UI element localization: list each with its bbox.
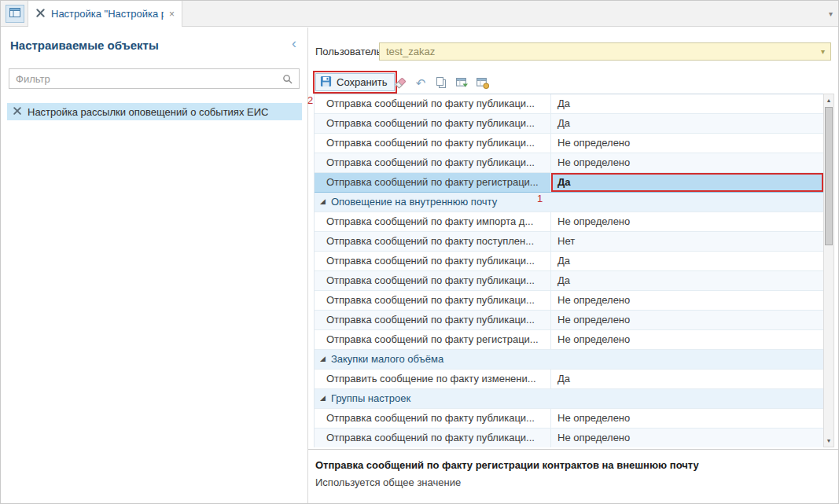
annotation-step-2: 2 <box>307 94 313 106</box>
setting-value-cell[interactable]: Не определено <box>551 330 823 349</box>
tabbar-dropdown-icon[interactable]: ▾ <box>829 9 833 18</box>
table-row[interactable]: Отправка сообщений по факту импорта д...… <box>315 212 823 232</box>
table-row[interactable]: Отправка сообщений по факту публикаци...… <box>315 114 823 134</box>
filter-input[interactable] <box>9 73 279 85</box>
apps-menu-button[interactable] <box>6 5 24 23</box>
table-row[interactable]: Отправка сообщений по факту регистраци..… <box>315 173 823 193</box>
copy-icon[interactable] <box>433 75 449 90</box>
setting-name-cell[interactable]: Отправка сообщений по факту публикаци... <box>315 429 551 447</box>
save-annotation-box: Сохранить <box>313 71 397 94</box>
collapse-panel-icon[interactable]: ‹ <box>292 35 296 52</box>
annotation-step-1: 1 <box>537 193 543 204</box>
collapse-triangle-icon[interactable]: ◢ <box>320 388 326 407</box>
setting-value-cell[interactable]: Не определено <box>551 212 823 231</box>
group-row[interactable]: ◢Группы настроек <box>315 389 823 409</box>
group-row[interactable]: ◢Оповещение на внутреннюю почту <box>315 193 823 212</box>
setting-name-cell[interactable]: Отправка сообщений по факту публикаци... <box>315 271 551 290</box>
setting-value-cell[interactable]: Да <box>551 94 823 113</box>
import-settings-icon[interactable] <box>474 75 490 90</box>
setting-name-cell[interactable]: Отправка сообщений по факту публикаци... <box>315 252 551 270</box>
setting-value-cell[interactable]: Не определено <box>551 291 823 310</box>
search-icon[interactable] <box>279 74 299 84</box>
toolbar-icons: ↶ <box>392 75 490 90</box>
scroll-down-icon[interactable]: ▼ <box>824 435 833 447</box>
table-row[interactable]: Отправка сообщений по факту публикаци...… <box>315 429 823 447</box>
setting-name-cell[interactable]: Отправка сообщений по факту поступлен... <box>315 232 551 251</box>
setting-name-cell[interactable]: Отправка сообщений по факту регистраци..… <box>315 173 551 192</box>
setting-value-cell[interactable]: Не определено <box>551 134 823 153</box>
setting-name-cell[interactable]: Отправка сообщений по факту публикаци... <box>315 153 551 172</box>
scroll-up-icon[interactable]: ▲ <box>824 94 833 106</box>
detail-divider <box>308 449 839 450</box>
undo-icon[interactable]: ↶ <box>413 75 429 90</box>
setting-value-cell[interactable]: Да <box>551 114 823 133</box>
save-icon <box>320 75 332 90</box>
user-select-value: test_zakaz <box>380 46 435 57</box>
group-label: Оповещение на внутреннюю почту <box>331 193 497 212</box>
table-row[interactable]: Отправка сообщений по факту публикаци...… <box>315 409 823 429</box>
table-row[interactable]: Отправка сообщений по факту публикаци...… <box>315 291 823 311</box>
tab-close-icon[interactable]: × <box>169 9 175 20</box>
table-row[interactable]: Отправка сообщений по факту публикаци...… <box>315 311 823 330</box>
group-label: Закупки малого объёма <box>331 350 443 369</box>
tree-item-label: Настройка рассылки оповещений о событиях… <box>28 106 268 118</box>
wrench-icon <box>35 8 46 20</box>
sidebar-title: Настраиваемые объекты <box>10 39 159 52</box>
setting-value-cell[interactable]: Да <box>551 173 823 192</box>
setting-name-cell[interactable]: Отправка сообщений по факту публикаци... <box>315 134 551 153</box>
detail-title: Отправка сообщений по факту регистрации … <box>315 459 699 471</box>
table-row[interactable]: Отправка сообщений по факту публикаци...… <box>315 94 823 114</box>
wrench-icon <box>13 106 22 118</box>
save-button-label: Сохранить <box>337 76 388 88</box>
save-button[interactable]: Сохранить <box>315 73 395 91</box>
sidebar: Настраиваемые объекты ‹ Настройка рассыл… <box>1 28 308 504</box>
app-window: Настройка "Настройка р... × ▾ Настраивае… <box>0 0 839 504</box>
setting-name-cell[interactable]: Отправка сообщений по факту публикаци... <box>315 311 551 329</box>
user-label: Пользователь: <box>315 46 385 57</box>
tab-settings[interactable]: Настройка "Настройка р... × <box>28 1 182 27</box>
collapse-triangle-icon[interactable]: ◢ <box>320 192 326 211</box>
tree-item-notifications[interactable]: Настройка рассылки оповещений о событиях… <box>7 103 302 120</box>
table-row[interactable]: Отправка сообщений по факту публикаци...… <box>315 134 823 153</box>
vertical-scrollbar[interactable]: ▲ ▼ <box>823 94 834 447</box>
detail-subtitle: Используется общее значение <box>315 476 461 488</box>
setting-name-cell[interactable]: Отправка сообщений по факту регистраци..… <box>315 330 551 349</box>
eraser-icon[interactable] <box>392 75 408 90</box>
scrollbar-thumb[interactable] <box>825 107 833 245</box>
setting-value-cell[interactable]: Нет <box>551 232 823 251</box>
window-grid-icon <box>9 8 20 20</box>
table-row[interactable]: Отправка сообщений по факту поступлен...… <box>315 232 823 252</box>
filter-box <box>9 68 300 89</box>
collapse-triangle-icon[interactable]: ◢ <box>320 349 326 368</box>
tab-title: Настройка "Настройка р... <box>51 8 164 20</box>
table-row[interactable]: Отправить сообщение по факту изменени...… <box>315 370 823 389</box>
setting-value-cell[interactable]: Да <box>551 271 823 290</box>
copy-settings-icon[interactable] <box>454 75 469 90</box>
setting-value-cell[interactable]: Не определено <box>551 409 823 428</box>
group-row[interactable]: ◢Закупки малого объёма <box>315 350 823 370</box>
tab-bar: Настройка "Настройка р... × ▾ <box>1 1 839 27</box>
setting-name-cell[interactable]: Отправка сообщений по факту публикаци... <box>315 291 551 310</box>
setting-name-cell[interactable]: Отправка сообщений по факту публикаци... <box>315 114 551 133</box>
setting-value-cell[interactable]: Не определено <box>551 153 823 172</box>
table-row[interactable]: Отправка сообщений по факту регистраци..… <box>315 330 823 350</box>
setting-value-cell[interactable]: Да <box>551 252 823 270</box>
group-label: Группы настроек <box>331 389 410 408</box>
setting-value-cell[interactable]: Не определено <box>551 311 823 329</box>
setting-value-cell[interactable]: Да <box>551 370 823 388</box>
setting-name-cell[interactable]: Отправка сообщений по факту импорта д... <box>315 212 551 231</box>
setting-name-cell[interactable]: Отправка сообщений по факту публикаци... <box>315 94 551 113</box>
table-row[interactable]: Отправка сообщений по факту публикаци...… <box>315 252 823 271</box>
setting-name-cell[interactable]: Отправка сообщений по факту публикаци... <box>315 409 551 428</box>
user-select[interactable]: test_zakaz ▾ <box>379 42 831 61</box>
setting-name-cell[interactable]: Отправить сообщение по факту изменени... <box>315 370 551 388</box>
settings-grid: Отправка сообщений по факту публикаци...… <box>314 94 823 447</box>
table-row[interactable]: Отправка сообщений по факту публикаци...… <box>315 271 823 291</box>
table-row[interactable]: Отправка сообщений по факту публикаци...… <box>315 153 823 173</box>
chevron-down-icon: ▾ <box>821 47 830 56</box>
setting-value-cell[interactable]: Не определено <box>551 429 823 447</box>
